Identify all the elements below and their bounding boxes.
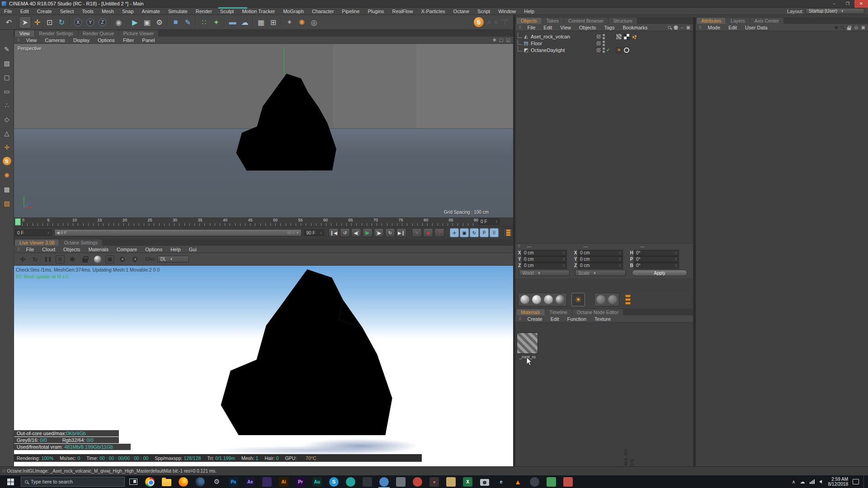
taskbar-app-camera-app[interactable]: [476, 475, 493, 488]
objects-menu-file[interactable]: File: [524, 25, 540, 30]
viewport-menu-options[interactable]: Options: [94, 38, 119, 43]
cloud-tray-icon[interactable]: ☁: [800, 479, 805, 485]
material-sphere-button-4[interactable]: [554, 294, 566, 305]
viewport-3d-canvas[interactable]: Perspective Grid Spacing : 100 cm: [14, 44, 513, 217]
octane-settings-icon[interactable]: ✺: [296, 16, 308, 28]
taskbar-app-file-explorer[interactable]: [158, 475, 175, 488]
key-scale-button[interactable]: ▣: [460, 228, 469, 237]
material-ball-icon[interactable]: [93, 254, 103, 264]
taskbar-app-photoshop[interactable]: Ps: [225, 475, 242, 488]
minimize-panel-icon[interactable]: –: [681, 25, 684, 30]
search-icon[interactable]: [840, 26, 844, 29]
menu-window[interactable]: Window: [494, 9, 520, 14]
sun-tag-icon[interactable]: ☀: [616, 47, 622, 53]
render-settings-icon[interactable]: ⚙: [153, 16, 165, 28]
objects-menu-view[interactable]: View: [556, 25, 575, 30]
materials-menu-texture[interactable]: Texture: [590, 316, 615, 322]
apply-button[interactable]: Apply: [632, 270, 687, 276]
panel-detach-icon[interactable]: ▣: [861, 25, 865, 30]
material-picker-icon[interactable]: [117, 254, 127, 264]
current-frame-field[interactable]: 0 F↕: [15, 230, 52, 236]
layer-color-icon[interactable]: [596, 34, 601, 39]
octane-node-button[interactable]: [622, 294, 634, 305]
visibility-dots[interactable]: [603, 34, 605, 39]
tab-materials[interactable]: Materials: [516, 309, 545, 315]
odots-tag-icon[interactable]: [631, 33, 637, 40]
taskbar-clock[interactable]: 2:59 AM 8/12/2018: [828, 477, 849, 487]
display-mode-icon[interactable]: ▦: [255, 16, 267, 28]
rotate-tool-icon[interactable]: ↻: [56, 16, 68, 28]
menu-animate[interactable]: Animate: [138, 9, 164, 14]
menu-script[interactable]: Script: [473, 9, 494, 14]
hidden-icons-tray-icon[interactable]: ∧: [792, 479, 795, 485]
stepper-icon[interactable]: ↕: [675, 263, 677, 267]
x-axis-lock-icon[interactable]: X: [72, 16, 84, 28]
show-desktop-button[interactable]: [863, 475, 866, 488]
taskbar-app-excel[interactable]: X: [459, 475, 476, 488]
mograph-effector-icon[interactable]: ✦: [210, 16, 222, 28]
lv-menu-cloud[interactable]: Cloud: [38, 247, 59, 252]
tab-content-browser[interactable]: Content Browser: [564, 18, 608, 24]
lv-menu-objects[interactable]: Objects: [59, 247, 84, 252]
volume-tray-icon[interactable]: [819, 480, 822, 483]
transform-mode-dropdown[interactable]: Scale▼: [575, 270, 626, 276]
enable-axis-icon[interactable]: ✛: [1, 141, 13, 153]
taskbar-app-task-view[interactable]: [125, 475, 142, 488]
prev-frame-button[interactable]: ◀(: [351, 228, 361, 237]
render-view-icon[interactable]: ▶: [129, 16, 141, 28]
taskbar-app-green-app[interactable]: [543, 475, 560, 488]
live-selection-icon[interactable]: ➤: [19, 16, 31, 28]
array-icon[interactable]: ⊞: [267, 16, 279, 28]
region-render-icon[interactable]: R: [56, 255, 65, 263]
snap-icon[interactable]: ⌖: [283, 16, 296, 28]
uv-checker-icon[interactable]: ▩: [1, 183, 13, 195]
channel-dropdown[interactable]: DL▼: [157, 256, 189, 263]
menu-render[interactable]: Render: [192, 9, 216, 14]
loop-button[interactable]: ↻: [385, 228, 395, 237]
y-axis-lock-icon[interactable]: Y: [84, 16, 96, 28]
make-editable-icon[interactable]: ✎: [1, 43, 13, 55]
rotation-b-field[interactable]: 0°↕: [634, 263, 679, 269]
viewport-menu-cameras[interactable]: Cameras: [41, 38, 69, 43]
texture-tag-icon[interactable]: [616, 33, 622, 40]
tab-picture-viewer[interactable]: Picture Viewer: [119, 30, 159, 37]
taskbar-app-steam[interactable]: [526, 475, 543, 488]
stepper-icon[interactable]: ↕: [619, 263, 621, 267]
attributes-menu-user-data[interactable]: User Data: [741, 25, 772, 30]
object-name[interactable]: Floor: [531, 41, 542, 46]
edges-mode-icon[interactable]: ◇: [1, 113, 13, 125]
end-frame-field[interactable]: 90 F↕: [304, 230, 324, 236]
scale-group-label[interactable]: —: [579, 244, 636, 249]
layer-color-icon[interactable]: [596, 41, 601, 46]
taskbar-app-red-app[interactable]: [560, 475, 576, 488]
taskbar-app-dark-red-app[interactable]: ●: [426, 475, 443, 488]
autokey-button[interactable]: ?: [434, 228, 444, 237]
taskbar-app-settings[interactable]: ⚙: [208, 475, 225, 488]
texture-mode-icon[interactable]: ▢: [1, 71, 13, 83]
panel-detach-icon[interactable]: ▣: [686, 25, 690, 30]
lv-menu-materials[interactable]: Materials: [84, 247, 113, 252]
rock-model-viewport[interactable]: [226, 67, 347, 171]
visibility-dot-bottom[interactable]: [603, 37, 605, 39]
menu-mograph[interactable]: MoGraph: [279, 9, 308, 14]
visibility-dot-top[interactable]: [603, 47, 605, 50]
lv-menu-file[interactable]: File: [22, 247, 38, 252]
octane-tex-icon[interactable]: ▨: [1, 197, 13, 209]
octane-objects-icon[interactable]: ◎: [308, 16, 320, 28]
dim-material-button-1[interactable]: [595, 294, 607, 305]
model-mode-icon[interactable]: ▧: [1, 57, 13, 69]
maximize-button[interactable]: ❐: [841, 0, 854, 8]
materials-menu-function[interactable]: Function: [563, 316, 590, 322]
taskbar-app-illustrator[interactable]: Ai: [275, 475, 292, 488]
taskbar-app-octane-render[interactable]: [409, 475, 426, 488]
points-mode-icon[interactable]: ∴: [1, 99, 13, 111]
materials-list-area[interactable]: _Aset_ro CINEMA 4D MAXON: [515, 323, 693, 466]
viewport-camera-label[interactable]: Perspective: [18, 46, 41, 51]
layer-color-icon[interactable]: [596, 47, 601, 53]
keyframe-pen-button[interactable]: ✎: [412, 228, 422, 237]
lv-menu-help[interactable]: Help: [166, 247, 185, 252]
tab-octane-settings[interactable]: Octane Settings: [59, 239, 102, 246]
attributes-menu-mode[interactable]: Mode: [704, 25, 725, 30]
coordinate-space-dropdown[interactable]: World▼: [519, 270, 570, 276]
object-row-octanedaylight[interactable]: ◩OctaneDaylight✓☀: [515, 47, 693, 53]
